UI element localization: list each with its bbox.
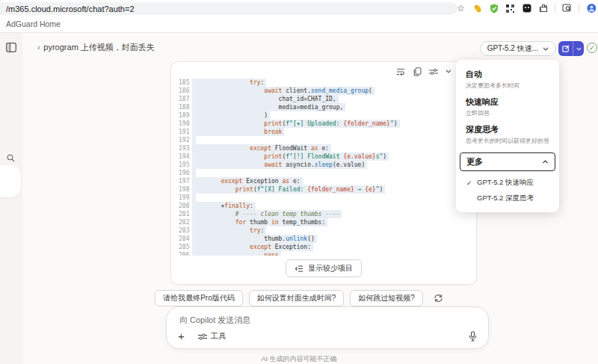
line-number: 196	[171, 169, 192, 177]
browser-chrome: /m365.cloud.microsoft/chat?auth=2 ☆ AdGu…	[0, 0, 598, 33]
attach-plus-icon[interactable]: +	[178, 332, 185, 341]
code-line-content: pass	[192, 251, 281, 256]
menu-item-desc: 决定要思考多长时间	[466, 81, 549, 90]
chevron-up-icon	[542, 160, 549, 164]
line-number: 201	[171, 210, 192, 218]
menu-model-option-label: GPT-5.2 快速响应	[477, 178, 534, 188]
code-line-content: try:	[192, 78, 266, 87]
code-line-content: break	[192, 128, 284, 136]
line-number: 204	[171, 235, 192, 243]
chevron-down-icon[interactable]	[446, 70, 451, 73]
code-line: 202 for thumb in temp_thumbs:	[171, 218, 476, 226]
line-number: 205	[171, 243, 192, 251]
adguard-shield-icon[interactable]	[489, 4, 499, 13]
sidebar-pinned-card[interactable]	[0, 165, 21, 197]
new-chat-compose-icon[interactable]	[558, 41, 573, 56]
line-number: 190	[171, 120, 192, 128]
suggestion-chip[interactable]: 如何跳过短视频?	[350, 290, 423, 306]
code-line: 201 # ---- clean temp thumbs ----	[171, 210, 476, 218]
new-chat-split-button[interactable]	[558, 41, 584, 56]
new-chat-caret[interactable]	[573, 41, 584, 56]
menu-item-label: 快速响应	[466, 96, 549, 108]
suggestion-chip[interactable]: 如何设置封面生成时间?	[249, 290, 345, 306]
code-line: 185 try:	[171, 78, 476, 87]
qr-extension-icon[interactable]	[505, 4, 515, 13]
menu-model-option[interactable]: ✓GPT-5.2 快速响应	[456, 175, 559, 191]
duck-extension-icon[interactable]	[472, 4, 482, 13]
code-line: 189 )	[171, 111, 476, 120]
toolbar-divider	[555, 4, 555, 13]
code-line: 204 thumb.unlink()	[171, 235, 476, 243]
code-line: 199	[171, 194, 476, 202]
bookmark-adguard-home[interactable]: AdGuard Home	[6, 19, 61, 28]
profile-avatar[interactable]	[586, 4, 596, 13]
code-line-content: print(f"[X] Failed: {folder_name} → {e}"…	[192, 185, 385, 194]
code-line-content: chat_id=CHAT_ID,	[192, 95, 339, 103]
code-line: 194 print(f"[!] FloodWait {e.value}s")	[171, 152, 476, 161]
menu-item[interactable]: 深度思考思考更长的时间以获得更好的答案	[456, 122, 559, 149]
menu-item-label: 自动	[466, 69, 549, 80]
code-line-content: for thumb in temp_thumbs:	[192, 218, 327, 226]
code-line-content: except FloodWait as e:	[192, 144, 331, 152]
line-number: 189	[171, 111, 192, 120]
menu-item[interactable]: 快速响应立即回答	[456, 94, 559, 122]
browser-toolbar: ☆	[456, 0, 598, 16]
menu-item-desc: 思考更长的时间以获得更好的答案	[466, 137, 549, 145]
bookmarks-bar: AdGuard Home	[0, 16, 598, 33]
suggestion-chips-row: 请给我最终Pro版代码如何设置封面生成时间?如何跳过短视频?	[0, 290, 598, 306]
bookmark-star-icon[interactable]: ☆	[456, 4, 466, 13]
wrap-text-icon[interactable]	[396, 67, 406, 76]
code-line: 206 pass	[171, 251, 476, 256]
microphone-icon[interactable]	[469, 331, 477, 342]
composer[interactable]: 向 Copilot 发送消息 + 工具	[166, 306, 489, 349]
search-icon[interactable]	[7, 154, 15, 162]
screenshot-search-icon[interactable]	[562, 4, 572, 13]
menu-item[interactable]: 自动决定要思考多长时间	[456, 67, 559, 94]
line-number: 187	[171, 95, 192, 103]
code-line-content: print(f"[!] FloodWait {e.value}s")	[192, 152, 389, 161]
address-bar-url: /m365.cloud.microsoft/chat?auth=2	[6, 4, 135, 13]
line-number: 188	[171, 103, 192, 111]
code-line: 192	[171, 136, 476, 144]
suggestion-chip[interactable]: 请给我最终Pro版代码	[155, 290, 243, 306]
line-number: 192	[171, 136, 192, 144]
adguard-badge-icon[interactable]: ✓	[587, 43, 597, 53]
extensions-puzzle-icon[interactable]	[538, 4, 548, 13]
refresh-suggestions-icon[interactable]	[434, 294, 443, 303]
code-line: 196	[171, 169, 476, 177]
chevron-down-icon	[543, 47, 549, 51]
collapse-icon	[295, 265, 303, 272]
line-number: 197	[171, 177, 192, 185]
show-less-label: 显示较少项目	[308, 263, 353, 274]
line-number: 195	[171, 161, 192, 169]
options-sliders-icon[interactable]	[429, 67, 439, 76]
line-number: 200	[171, 202, 192, 210]
tools-button[interactable]: 工具	[198, 331, 226, 342]
code-line-content: await client.send_media_group(	[192, 87, 374, 95]
code-line: 193 except FloodWait as e:	[171, 144, 476, 152]
copy-icon[interactable]	[413, 67, 422, 76]
dark-extension-icon[interactable]	[522, 4, 531, 13]
menu-model-option-label: GPT-5.2 深度思考	[477, 194, 534, 203]
code-line-content: # ---- clean temp thumbs ----	[192, 210, 342, 218]
code-line: 187 chat_id=CHAT_ID,	[171, 95, 476, 103]
chat-title[interactable]: pyrogram 上传视频，封面丢失	[43, 42, 155, 53]
menu-model-option[interactable]: GPT-5.2 深度思考	[456, 191, 559, 206]
code-line: 203 try:	[171, 226, 476, 235]
show-less-button[interactable]: 显示较少项目	[286, 259, 362, 277]
code-line-content: +finally:	[192, 202, 256, 210]
model-menu: 自动决定要思考多长时间快速响应立即回答深度思考思考更长的时间以获得更好的答案 更…	[456, 60, 559, 212]
sidebar	[0, 33, 22, 364]
code-line: 198 print(f"[X] Failed: {folder_name} → …	[171, 185, 476, 194]
code-line: 200 +finally:	[171, 202, 476, 210]
composer-toolbar: + 工具	[178, 331, 477, 342]
code-line-content	[192, 194, 196, 202]
sidebar-toggle-icon[interactable]	[6, 43, 16, 52]
code-line-content: try:	[192, 226, 266, 235]
menu-item-more[interactable]: 更多	[460, 152, 555, 171]
check-icon: ✓	[466, 179, 477, 187]
model-selector-button[interactable]: GPT-5.2 快速...	[480, 41, 556, 56]
address-bar[interactable]: /m365.cloud.microsoft/chat?auth=2	[0, 2, 457, 15]
code-area[interactable]: 185 try:186 await client.send_media_grou…	[171, 78, 476, 256]
code-line: 190 print(f"[+] Uploaded: {folder_name}"…	[171, 120, 476, 128]
